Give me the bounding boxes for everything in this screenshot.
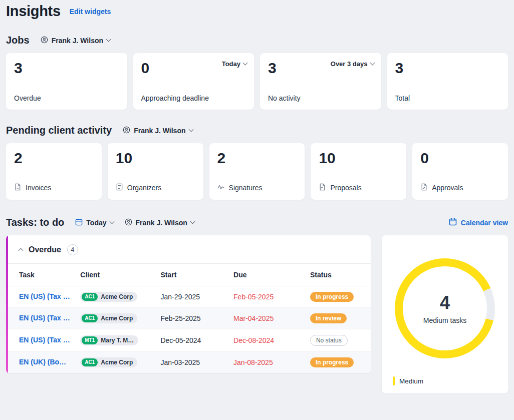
calendar-view-link[interactable]: Calendar view [449,218,508,228]
client-chip[interactable]: MT1 Mary T. M… [80,335,138,345]
status-badge: In progress [310,357,354,367]
chart-legend: Medium [393,376,423,385]
activity-range-label: Over 3 days [331,60,368,68]
calendar-view-label[interactable]: Calendar view [461,219,508,227]
col-due: Due [228,264,305,286]
page-header: Insights Edit widgets [6,3,508,20]
tasks-date-filter-label: Today [86,219,106,227]
avatar-icon [41,36,48,45]
pending-section-head: Pending client activity Frank J. Wilson [6,125,508,136]
client-avatar: AC1 [82,314,98,322]
chevron-down-icon [370,61,375,66]
stat-card-proposals[interactable]: 10 Proposals [311,143,406,200]
stat-label: Approaching deadline [141,94,246,103]
table-row[interactable]: EN (US) (Tax Pre… AC1 Acme Corp Feb-25-2… [6,308,371,329]
donut-value: 4 [440,292,450,313]
client-chip[interactable]: AC1 Acme Corp [80,357,137,367]
start-date: Feb-25-2025 [155,308,228,329]
status-badge: In progress [310,292,354,302]
stat-card-organizers[interactable]: 10 Organizers [108,143,203,200]
client-avatar: MT1 [82,336,98,344]
table-row[interactable]: EN (UK) (Bookke… AC1 Acme Corp Jan-03-20… [6,352,371,373]
stat-card-invoices[interactable]: 2 Invoices [6,143,102,200]
deadline-range-dropdown[interactable]: Today [222,60,247,68]
stat-value: 3 [14,60,119,76]
pending-user-filter-label: Frank J. Wilson [134,127,185,135]
calendar-icon [449,218,457,228]
pending-heading: Pending client activity [6,125,112,136]
task-link[interactable]: EN (UK) (Bookke… [19,358,70,366]
approval-icon [420,183,428,192]
col-task: Task [6,264,75,286]
tasks-user-filter[interactable]: Frank J. Wilson [125,218,194,227]
chevron-down-icon [106,37,111,42]
pending-cards: 2 Invoices 10 Organizers 2 [6,143,508,200]
table-row[interactable]: EN (US) (Tax Pre… MT1 Mary T. M… Dec-05-… [6,329,371,352]
status-badge: In review [310,313,347,323]
col-start: Start [155,264,228,286]
tasks-heading: Tasks: to do [6,217,64,228]
avatar-icon [125,218,132,227]
donut-label: Medium tasks [423,316,466,324]
pending-user-filter[interactable]: Frank J. Wilson [123,126,192,135]
jobs-heading: Jobs [6,35,30,46]
stat-label: Proposals [330,184,361,192]
task-link[interactable]: EN (US) (Tax Pre… [19,292,70,300]
chevron-down-icon [243,61,248,66]
start-date: Jan-29-2025 [155,286,228,308]
tasks-table: Task Client Start Due Status EN (US) (Ta… [6,264,371,373]
client-name: Acme Corp [101,359,133,366]
invoice-icon [14,183,22,192]
tasks-priority-chart-card: 4 Medium tasks Medium [382,235,508,393]
donut-center: 4 Medium tasks [403,266,487,350]
jobs-user-filter-label: Frank J. Wilson [52,37,103,45]
start-date: Dec-05-2024 [155,329,228,352]
tasks-date-filter[interactable]: Today [75,218,113,227]
start-date: Jan-03-2025 [155,352,228,373]
donut-chart[interactable]: 4 Medium tasks [395,258,495,358]
edit-widgets-link[interactable]: Edit widgets [70,8,111,16]
stat-value: 3 [395,60,500,76]
stat-card-signatures[interactable]: 2 Signatures [209,143,305,200]
client-chip[interactable]: AC1 Acme Corp [80,292,137,302]
status-badge: No status [310,335,348,346]
client-chip[interactable]: AC1 Acme Corp [80,313,137,323]
chevron-down-icon [109,219,114,224]
deadline-range-label: Today [222,60,240,68]
chevron-down-icon [188,127,193,132]
tasks-user-filter-label: Frank J. Wilson [136,219,187,227]
page-title: Insights [6,3,61,20]
col-client: Client [75,264,155,286]
stat-card-approaching-deadline[interactable]: 0 Today Approaching deadline [133,53,254,110]
stat-label: No activity [268,94,373,103]
chevron-up-icon [19,248,24,253]
stat-value: 2 [217,150,297,166]
due-date: Dec-08-2024 [228,329,305,352]
client-avatar: AC1 [82,358,98,366]
table-header-row: Task Client Start Due Status [6,264,371,286]
overdue-group-header[interactable]: Overdue 4 [6,235,371,264]
stat-value: 2 [14,150,94,166]
proposal-icon [319,183,326,192]
legend-label-medium: Medium [399,377,423,385]
stat-card-approvals[interactable]: 0 Approvals [412,143,508,200]
stat-value: 10 [116,150,195,166]
signature-icon [217,183,225,192]
task-link[interactable]: EN (US) (Tax Pre… [19,336,70,344]
due-date: Feb-05-2025 [228,286,305,308]
stat-card-total[interactable]: 3 Total [387,53,508,110]
stat-card-overdue[interactable]: 3 Overdue [6,53,127,110]
stat-value: 0 [420,150,500,166]
stat-label: Overdue [14,94,119,103]
stat-label: Signatures [229,184,263,192]
activity-range-dropdown[interactable]: Over 3 days [331,60,374,68]
table-row[interactable]: EN (US) (Tax Pre… AC1 Acme Corp Jan-29-2… [6,286,371,308]
chevron-down-icon [190,219,195,224]
col-status: Status [305,264,371,286]
jobs-cards: 3 Overdue 0 Today Approaching deadline 3… [6,53,508,110]
stat-card-no-activity[interactable]: 3 Over 3 days No activity [260,53,381,110]
jobs-user-filter[interactable]: Frank J. Wilson [41,36,110,45]
avatar-icon [123,126,130,135]
jobs-section-head: Jobs Frank J. Wilson [6,35,508,46]
task-link[interactable]: EN (US) (Tax Pre… [19,314,70,322]
